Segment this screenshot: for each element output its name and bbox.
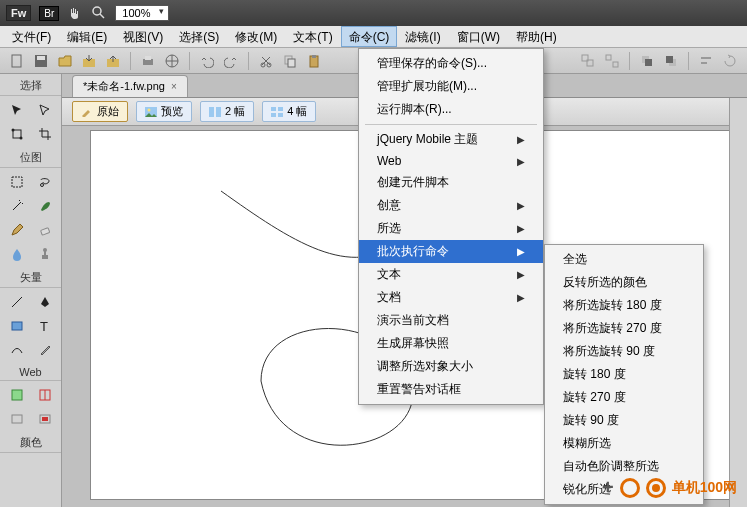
subselect-tool-icon[interactable] bbox=[34, 100, 56, 120]
pen-tool-icon[interactable] bbox=[34, 292, 56, 312]
group-icon[interactable] bbox=[579, 52, 597, 70]
sb-bitmap-label: 位图 bbox=[0, 148, 61, 168]
menu-file[interactable]: 文件(F) bbox=[4, 26, 59, 47]
batch-item[interactable]: 全选 bbox=[545, 248, 703, 271]
eraser-tool-icon[interactable] bbox=[34, 220, 56, 240]
show-slice-icon[interactable] bbox=[34, 409, 56, 429]
cmd-creative[interactable]: 创意▶ bbox=[359, 194, 543, 217]
batch-item[interactable]: 将所选旋转 90 度 bbox=[545, 340, 703, 363]
undo-icon[interactable] bbox=[198, 52, 216, 70]
cmd-batch[interactable]: 批次执行命令▶ bbox=[359, 240, 543, 263]
menu-help[interactable]: 帮助(H) bbox=[508, 26, 565, 47]
menu-view[interactable]: 视图(V) bbox=[115, 26, 171, 47]
rotate-icon[interactable] bbox=[721, 52, 739, 70]
view-4up-button[interactable]: 4 幅 bbox=[262, 101, 316, 122]
svg-rect-16 bbox=[606, 55, 611, 60]
sb-select-label: 选择 bbox=[0, 76, 61, 96]
file-tab[interactable]: *未命名-1.fw.png × bbox=[72, 75, 188, 97]
cmd-demo-doc[interactable]: 演示当前文档 bbox=[359, 309, 543, 332]
save-icon[interactable] bbox=[32, 52, 50, 70]
lasso-tool-icon[interactable] bbox=[34, 172, 56, 192]
cmd-create-script[interactable]: 创建元件脚本 bbox=[359, 171, 543, 194]
menu-text[interactable]: 文本(T) bbox=[285, 26, 340, 47]
cmd-resize-sel[interactable]: 调整所选对象大小 bbox=[359, 355, 543, 378]
bridge-badge[interactable]: Br bbox=[39, 6, 59, 21]
batch-item[interactable]: 自动色阶调整所选 bbox=[545, 455, 703, 478]
knife-tool-icon[interactable] bbox=[34, 340, 56, 360]
hide-slice-icon[interactable] bbox=[6, 409, 28, 429]
line-tool-icon[interactable] bbox=[6, 292, 28, 312]
rect-tool-icon[interactable] bbox=[6, 316, 28, 336]
menu-filters[interactable]: 滤镜(I) bbox=[397, 26, 448, 47]
svg-rect-24 bbox=[13, 130, 21, 138]
cmd-manage-saved[interactable]: 管理保存的命令(S)... bbox=[359, 52, 543, 75]
cmd-jquery[interactable]: jQuery Mobile 主题▶ bbox=[359, 128, 543, 151]
cmd-document[interactable]: 文档▶ bbox=[359, 286, 543, 309]
ungroup-icon[interactable] bbox=[603, 52, 621, 70]
align-icon[interactable] bbox=[697, 52, 715, 70]
separator bbox=[629, 52, 630, 70]
svg-rect-27 bbox=[12, 177, 22, 187]
print-icon[interactable] bbox=[139, 52, 157, 70]
batch-item[interactable]: 反转所选的颜色 bbox=[545, 271, 703, 294]
redo-icon[interactable] bbox=[222, 52, 240, 70]
menu-commands[interactable]: 命令(C) bbox=[341, 26, 398, 47]
svg-rect-45 bbox=[216, 107, 221, 117]
preview-browser-icon[interactable] bbox=[163, 52, 181, 70]
stamp-tool-icon[interactable] bbox=[34, 244, 56, 264]
menu-edit[interactable]: 编辑(E) bbox=[59, 26, 115, 47]
blur-tool-icon[interactable] bbox=[6, 244, 28, 264]
svg-point-28 bbox=[40, 184, 43, 187]
view-preview-button[interactable]: 预览 bbox=[136, 101, 192, 122]
open-icon[interactable] bbox=[56, 52, 74, 70]
cut-icon[interactable] bbox=[257, 52, 275, 70]
close-tab-icon[interactable]: × bbox=[171, 81, 177, 92]
freeform-tool-icon[interactable] bbox=[6, 340, 28, 360]
zoom-icon[interactable] bbox=[91, 5, 107, 21]
cmd-selection[interactable]: 所选▶ bbox=[359, 217, 543, 240]
new-doc-icon[interactable] bbox=[8, 52, 26, 70]
copy-icon[interactable] bbox=[281, 52, 299, 70]
chevron-right-icon: ▶ bbox=[517, 134, 525, 145]
tools-sidebar: 选择 位图 矢量 T Web 颜色 bbox=[0, 74, 62, 507]
brush-tool-icon[interactable] bbox=[34, 196, 56, 216]
text-tool-icon[interactable]: T bbox=[34, 316, 56, 336]
hand-icon[interactable] bbox=[67, 5, 83, 21]
arrange-front-icon[interactable] bbox=[638, 52, 656, 70]
view-original-button[interactable]: 原始 bbox=[72, 101, 128, 122]
batch-item[interactable]: 将所选旋转 270 度 bbox=[545, 317, 703, 340]
scale-tool-icon[interactable] bbox=[6, 124, 28, 144]
arrange-back-icon[interactable] bbox=[662, 52, 680, 70]
crop-tool-icon[interactable] bbox=[34, 124, 56, 144]
batch-item[interactable]: 旋转 90 度 bbox=[545, 409, 703, 432]
batch-item[interactable]: 旋转 180 度 bbox=[545, 363, 703, 386]
cmd-screenshot[interactable]: 生成屏幕快照 bbox=[359, 332, 543, 355]
chevron-right-icon: ▶ bbox=[517, 200, 525, 211]
right-panel-strip[interactable] bbox=[729, 98, 747, 507]
sb-web-label: Web bbox=[0, 364, 61, 381]
paste-icon[interactable] bbox=[305, 52, 323, 70]
slice-tool-icon[interactable] bbox=[34, 385, 56, 405]
cmd-text[interactable]: 文本▶ bbox=[359, 263, 543, 286]
batch-item[interactable]: 模糊所选 bbox=[545, 432, 703, 455]
cmd-web[interactable]: Web▶ bbox=[359, 151, 543, 171]
menu-modify[interactable]: 修改(M) bbox=[227, 26, 285, 47]
cmd-run-script[interactable]: 运行脚本(R)... bbox=[359, 98, 543, 121]
pointer-tool-icon[interactable] bbox=[6, 100, 28, 120]
batch-item[interactable]: 将所选旋转 180 度 bbox=[545, 294, 703, 317]
hotspot-tool-icon[interactable] bbox=[6, 385, 28, 405]
import-icon[interactable] bbox=[80, 52, 98, 70]
export-icon[interactable] bbox=[104, 52, 122, 70]
cmd-reset-warn[interactable]: 重置警告对话框 bbox=[359, 378, 543, 401]
pencil-tool-icon[interactable] bbox=[6, 220, 28, 240]
svg-line-1 bbox=[100, 14, 104, 18]
marquee-tool-icon[interactable] bbox=[6, 172, 28, 192]
svg-line-33 bbox=[12, 297, 22, 307]
wand-tool-icon[interactable] bbox=[6, 196, 28, 216]
cmd-manage-ext[interactable]: 管理扩展功能(M)... bbox=[359, 75, 543, 98]
zoom-select[interactable]: 100% bbox=[115, 5, 169, 21]
view-2up-button[interactable]: 2 幅 bbox=[200, 101, 254, 122]
batch-item[interactable]: 旋转 270 度 bbox=[545, 386, 703, 409]
menu-select[interactable]: 选择(S) bbox=[171, 26, 227, 47]
menu-window[interactable]: 窗口(W) bbox=[449, 26, 508, 47]
